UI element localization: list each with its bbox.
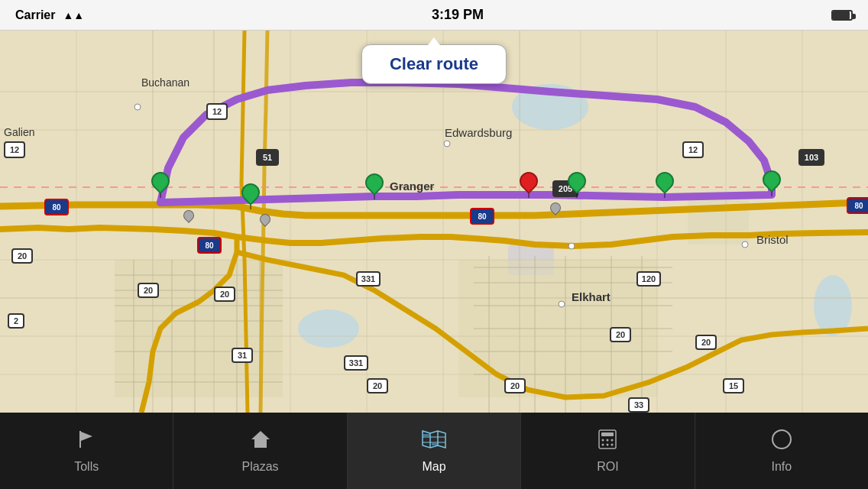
tab-plazas[interactable]: Plazas (173, 413, 347, 489)
svg-point-66 (607, 439, 609, 441)
tab-bar: Tolls Plazas Map (0, 413, 868, 489)
map-icon (422, 429, 446, 455)
pin-green-1[interactable] (151, 172, 170, 196)
sign-15: 15 (723, 378, 744, 393)
label-buchanan: Buchanan (141, 76, 189, 89)
pin-green-6[interactable] (763, 170, 781, 195)
sign-20d: 20 (367, 378, 388, 393)
sign-103: 103 (798, 149, 824, 166)
sign-i80c: 80 (470, 208, 494, 225)
sign-20c: 20 (214, 287, 235, 302)
label-bristol: Bristol (756, 233, 789, 246)
svg-point-71 (772, 430, 791, 449)
svg-point-50 (559, 301, 565, 307)
sign-i80a: 80 (44, 199, 69, 215)
carrier-label: Carrier (15, 8, 55, 22)
wifi-icon: ▲▲ (63, 9, 84, 21)
label-galien: Galien (4, 126, 34, 138)
sign-20g: 20 (695, 335, 717, 350)
label-granger: Granger (390, 180, 434, 193)
tab-map-label: Map (422, 460, 445, 474)
tab-tolls-label: Tolls (74, 460, 99, 474)
tab-tolls[interactable]: Tolls (0, 413, 173, 489)
sign-331a: 331 (356, 271, 381, 287)
svg-point-49 (444, 141, 450, 147)
pin-green-4[interactable] (568, 172, 586, 196)
sign-12a: 12 (206, 103, 228, 120)
tab-roi[interactable]: ROI (521, 413, 695, 489)
label-elkhart: Elkhart (572, 290, 611, 303)
pin-gray-1 (183, 210, 194, 221)
sign-i80d: 80 (847, 197, 868, 214)
sign-20f: 20 (610, 327, 631, 342)
pin-green-5[interactable] (656, 172, 674, 196)
svg-point-70 (611, 443, 614, 445)
label-edwardsburg: Edwardsburg (445, 126, 512, 139)
svg-point-3 (814, 275, 852, 336)
map-area[interactable]: Buchanan Galien Edwardsburg Granger Elkh… (0, 31, 868, 413)
pin-gray-3 (550, 202, 561, 213)
svg-rect-5 (115, 260, 283, 397)
svg-marker-55 (251, 431, 270, 448)
status-left: Carrier ▲▲ (15, 8, 84, 22)
tab-info[interactable]: Info (695, 413, 868, 489)
svg-point-52 (568, 243, 575, 249)
info-icon (771, 429, 792, 455)
battery-icon (831, 10, 853, 21)
pin-green-2[interactable] (241, 183, 260, 208)
svg-point-2 (298, 309, 359, 348)
sign-20e: 20 (504, 378, 526, 393)
tab-map[interactable]: Map (348, 413, 521, 489)
clear-route-button[interactable]: Clear route (361, 44, 507, 84)
tab-info-label: Info (771, 460, 792, 474)
svg-point-68 (602, 443, 604, 445)
svg-point-69 (607, 443, 609, 445)
svg-point-51 (742, 241, 748, 248)
tab-roi-label: ROI (597, 460, 618, 474)
sign-2: 2 (8, 313, 24, 329)
tab-plazas-label: Plazas (242, 460, 279, 474)
sign-51: 51 (256, 149, 279, 166)
pin-gray-2 (260, 214, 270, 225)
svg-rect-53 (79, 431, 81, 448)
status-bar: Carrier ▲▲ 3:19 PM (0, 0, 868, 31)
pin-green-3[interactable] (365, 173, 384, 198)
plazas-icon (250, 429, 271, 455)
svg-point-65 (602, 439, 604, 441)
sign-12b: 12 (682, 141, 704, 158)
sign-331b: 331 (344, 355, 368, 371)
svg-rect-61 (423, 434, 429, 436)
sign-12c: 12 (4, 141, 25, 158)
sign-20a: 20 (11, 248, 33, 264)
svg-point-48 (134, 104, 141, 110)
sign-31: 31 (232, 348, 253, 363)
sign-i80b: 80 (197, 237, 222, 254)
status-time: 3:19 PM (432, 7, 484, 23)
status-right (831, 10, 853, 21)
pin-red-1[interactable] (520, 172, 538, 196)
svg-rect-62 (432, 443, 437, 445)
sign-33: 33 (628, 397, 649, 413)
svg-rect-64 (601, 432, 614, 436)
svg-marker-54 (81, 432, 92, 441)
sign-20b: 20 (138, 283, 159, 298)
tolls-icon (76, 429, 97, 455)
map-background (0, 31, 868, 413)
svg-point-67 (611, 439, 614, 441)
roi-icon (598, 429, 617, 455)
sign-120: 120 (636, 271, 661, 287)
